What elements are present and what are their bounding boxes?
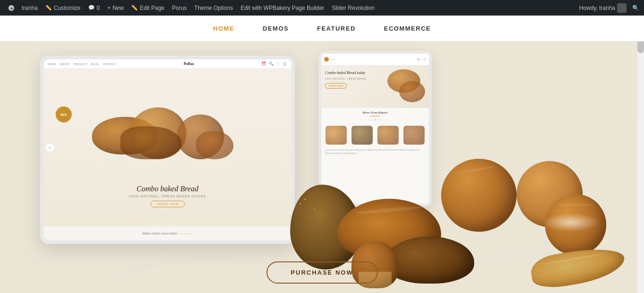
bread-round-loaf (441, 159, 517, 232)
wordpress-logo[interactable] (5, 0, 18, 16)
tablet-inner-nav: HOMEABOUTPRODUCTBLOGCONTACT PoRus ⏰🔍♡🛒 (44, 59, 291, 69)
tablet-hero-area: ‹ 40% C (44, 69, 291, 226)
admin-bar-right: Howdy, tranha 🔍 (579, 3, 639, 13)
howdy-label: Howdy, tranha (579, 5, 615, 11)
purchase-now-button[interactable]: PURCHASE NOW (266, 261, 377, 284)
tablet-text-overlay: Combo baked Bread 100% NATURAL, FRESH BA… (129, 185, 206, 207)
tablet-left-mockup: HOMEABOUTPRODUCTBLOGCONTACT PoRus ⏰🔍♡🛒 ‹… (40, 56, 295, 244)
admin-bar: tranha ✏️ Customize 💬 0 + New ✏️ Edit Pa… (0, 0, 644, 16)
theme-options-link[interactable]: Theme Options (191, 0, 237, 16)
nav-ecommerce[interactable]: ECOMMERCE (384, 25, 431, 32)
tablet-right-logo (324, 57, 329, 62)
tablet-content: HOMEABOUTPRODUCTBLOGCONTACT PoRus ⏰🔍♡🛒 ‹… (44, 59, 291, 240)
muffin-right (545, 194, 606, 255)
tablet-right-hero-text: Combo baked Bread today 100% NATURAL, FR… (325, 70, 367, 89)
tablet-bread-subtitle: 100% NATURAL, FRESH BAKED GOODS (129, 195, 206, 198)
tablet-right-bread (387, 69, 425, 102)
tablet-right-header: ▪ ▪ ▪ 🔍 ♡ 🛒 (321, 54, 429, 65)
slider-revolution-link[interactable]: Slider Revolution (328, 0, 378, 16)
porus-link[interactable]: Porus (168, 0, 190, 16)
tablet-footer: Make online reservation — — — (44, 226, 291, 240)
comments-button[interactable]: 💬 0 (84, 0, 104, 16)
tablet-order-button[interactable]: ORDER NOW (150, 201, 184, 207)
search-icon[interactable]: 🔍 (628, 5, 639, 11)
site-navigation: HOME DEMOS FEATURED ECOMMERCE (0, 16, 644, 41)
hero-section: HOMEABOUTPRODUCTBLOGCONTACT PoRus ⏰🔍♡🛒 ‹… (0, 41, 644, 293)
nav-demos[interactable]: DEMOS (263, 25, 289, 32)
tablet-bread-title: Combo baked Bread (129, 185, 206, 193)
wpbakery-link[interactable]: Edit with WPBakery Page Builder (237, 0, 328, 16)
user-avatar[interactable] (617, 3, 627, 13)
admin-bar-left: tranha ✏️ Customize 💬 0 + New ✏️ Edit Pa… (5, 0, 579, 16)
tablet-footer-text: Make online reservation (142, 232, 177, 235)
scrollbar[interactable] (637, 16, 644, 293)
nav-home[interactable]: HOME (213, 25, 234, 32)
tablet-right-hero: Combo baked Bread today 100% NATURAL, FR… (321, 65, 429, 108)
nav-featured[interactable]: FEATURED (317, 25, 356, 32)
site-name[interactable]: tranha (18, 0, 42, 16)
bread-shape-4 (120, 126, 182, 159)
edit-page-button[interactable]: ✏️ Edit Page (127, 0, 168, 16)
bread-shape-5 (196, 131, 234, 159)
new-button[interactable]: + New (103, 0, 127, 16)
tablet-bread-area (44, 73, 291, 203)
tablet-right-section-title: More From Bakery — — ★ — — (321, 108, 429, 124)
tablet-right-order-btn[interactable]: ORDER NOW (325, 83, 347, 89)
customize-button[interactable]: ✏️ Customize (42, 0, 84, 16)
